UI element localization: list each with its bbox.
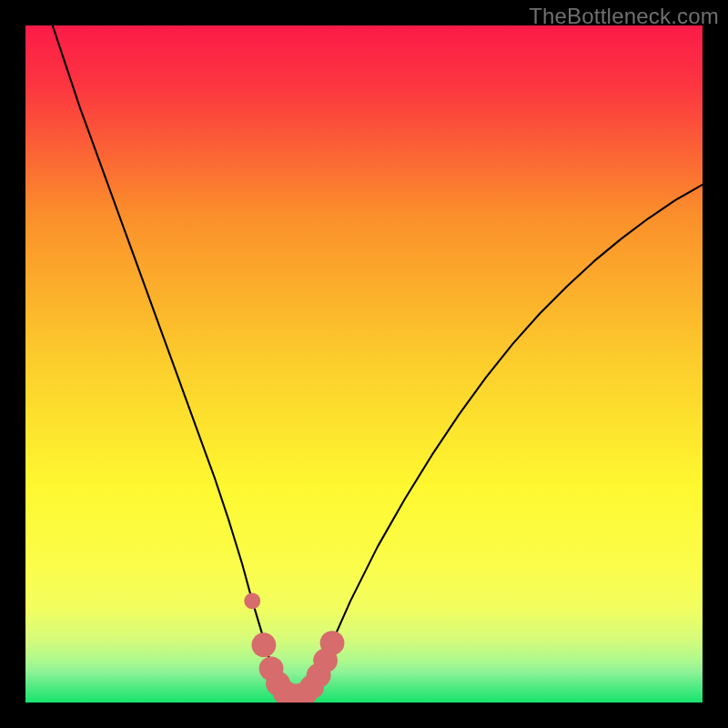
highlight-marker xyxy=(320,631,345,655)
highlight-marker xyxy=(251,632,276,657)
highlight-marker xyxy=(244,592,260,609)
watermark-text: TheBottleneck.com xyxy=(529,4,719,29)
chart-plot-area xyxy=(25,25,703,703)
chart-svg xyxy=(25,25,703,703)
gradient-background xyxy=(25,25,703,703)
chart-frame: TheBottleneck.com xyxy=(0,0,728,728)
